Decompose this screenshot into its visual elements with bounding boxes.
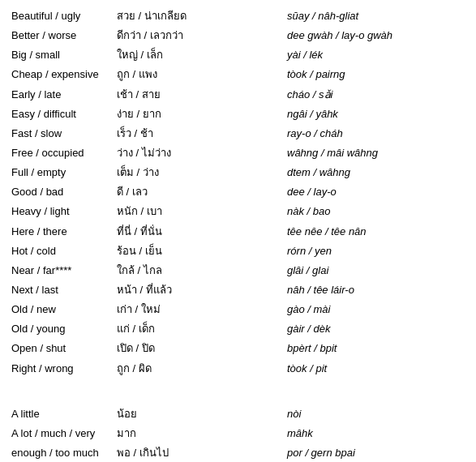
table-row: Easy / difficult ง่าย / ยาก ngâi / yâhk <box>8 105 468 124</box>
english-cell: Better / worse <box>8 26 114 45</box>
table-row: Free / occupied ว่าง / ไม่ว่าง wâhng / m… <box>8 143 468 163</box>
english-cell: Hot / cold <box>8 242 114 261</box>
phonetic-cell: bpèrt / bpit <box>284 339 468 358</box>
thai-cell: เต็ม / ว่าง <box>114 163 284 182</box>
english-cell: Next / last <box>8 280 114 300</box>
thai-cell: เร็ว / ช้า <box>114 124 284 143</box>
thai-cell: ที่นี่ / ที่นั่น <box>114 222 284 242</box>
phonetic-cell: têe nêe / têe nân <box>284 222 468 242</box>
thai-cell: พอ / เกินไป <box>114 443 284 462</box>
thai-cell: แก่ / เด็ก <box>114 319 284 339</box>
phonetic-cell: dtem / wâhng <box>284 163 468 182</box>
phonetic-cell: tòok / pairng <box>284 65 468 84</box>
table-row: Fast / slow เร็ว / ช้า ray-o / cháh <box>8 124 468 143</box>
english-cell: Cheap / expensive <box>8 65 114 84</box>
thai-cell: ดี / เลว <box>114 182 284 202</box>
thai-cell: ใกล้ / ไกล <box>114 261 284 280</box>
thai-cell: ว่าง / ไม่ว่าง <box>114 143 284 163</box>
english-cell: Open / shut <box>8 339 114 358</box>
table-row: Old / young แก่ / เด็ก gàir / dèk <box>8 319 468 339</box>
phonetic-cell: por / gern bpai <box>284 443 468 462</box>
table-row: Full / empty เต็ม / ว่าง dtem / wâhng <box>8 163 468 182</box>
english-cell: Full / empty <box>8 163 114 182</box>
english-cell: Beautiful / ugly <box>8 6 114 26</box>
phonetic-cell: yài / lék <box>284 45 468 65</box>
english-cell: Big / small <box>8 45 114 65</box>
phonetic-cell: nòi <box>284 404 468 424</box>
english-cell: A little <box>8 404 114 424</box>
table-row: Beautiful / ugly สวย / น่าเกลียด sŭay / … <box>8 6 468 26</box>
table-row: Old / new เก่า / ใหม่ gào / mài <box>8 300 468 319</box>
thai-cell: ถูก / ผิด <box>114 359 284 379</box>
table-row: Big / small ใหญ่ / เล็ก yài / lék <box>8 45 468 65</box>
phonetic-cell: nàk / bao <box>284 202 468 221</box>
table-row: A lot / much / very มาก mâhk <box>8 424 468 443</box>
table-row: Hot / cold ร้อน / เย็น rórn / yen <box>8 242 468 261</box>
english-cell: Early / late <box>8 85 114 105</box>
english-cell: Old / new <box>8 300 114 319</box>
phonetic-cell: ray-o / cháh <box>284 124 468 143</box>
phonetic-cell: glâi / glai <box>284 261 468 280</box>
thai-cell: เก่า / ใหม่ <box>114 300 284 319</box>
thai-cell: ใหญ่ / เล็ก <box>114 45 284 65</box>
english-cell: Free / occupied <box>8 143 114 163</box>
phonetic-cell: rórn / yen <box>284 242 468 261</box>
table-row: enough / too much พอ / เกินไป por / gern… <box>8 443 468 462</box>
table-row: Right / wrong ถูก / ผิด tòok / pit <box>8 359 468 379</box>
thai-cell: เช้า / สาย <box>114 85 284 105</box>
phonetic-cell: dee gwàh / lay-o gwàh <box>284 26 468 45</box>
english-cell: Fast / slow <box>8 124 114 143</box>
english-cell: Near / far**** <box>8 261 114 280</box>
vocabulary-table: Beautiful / ugly สวย / น่าเกลียด sŭay / … <box>8 6 468 462</box>
phonetic-cell: nâh / têe láir-o <box>284 280 468 300</box>
table-row: Heavy / light หนัก / เบา nàk / bao <box>8 202 468 221</box>
english-cell: Here / there <box>8 222 114 242</box>
table-row: A little น้อย nòi <box>8 404 468 424</box>
phonetic-cell: mâhk <box>284 424 468 443</box>
thai-cell: ร้อน / เย็น <box>114 242 284 261</box>
english-cell: Right / wrong <box>8 359 114 379</box>
phonetic-cell: ngâi / yâhk <box>284 105 468 124</box>
thai-cell: เปิด / ปิด <box>114 339 284 358</box>
thai-cell: ง่าย / ยาก <box>114 105 284 124</box>
phonetic-cell: wâhng / mâi wâhng <box>284 143 468 163</box>
table-row: Here / there ที่นี่ / ที่นั่น têe nêe / … <box>8 222 468 242</box>
table-row: Good / bad ดี / เลว dee / lay-o <box>8 182 468 202</box>
table-row: Cheap / expensive ถูก / แพง tòok / pairn… <box>8 65 468 84</box>
phonetic-cell: cháo / sǎi <box>284 85 468 105</box>
english-cell: Heavy / light <box>8 202 114 221</box>
phonetic-cell: dee / lay-o <box>284 182 468 202</box>
english-cell: enough / too much <box>8 443 114 462</box>
thai-cell: สวย / น่าเกลียด <box>114 6 284 26</box>
thai-cell: ถูก / แพง <box>114 65 284 84</box>
english-cell: Old / young <box>8 319 114 339</box>
thai-cell: หน้า / ที่แล้ว <box>114 280 284 300</box>
table-row: Early / late เช้า / สาย cháo / sǎi <box>8 85 468 105</box>
thai-cell: มาก <box>114 424 284 443</box>
thai-cell: ดีกว่า / เลวกว่า <box>114 26 284 45</box>
english-cell: Good / bad <box>8 182 114 202</box>
phonetic-cell: tòok / pit <box>284 359 468 379</box>
table-row: Near / far**** ใกล้ / ไกล glâi / glai <box>8 261 468 280</box>
phonetic-cell: gàir / dèk <box>284 319 468 339</box>
phonetic-cell: gào / mài <box>284 300 468 319</box>
phonetic-cell: sŭay / nâh-gliat <box>284 6 468 26</box>
thai-cell: น้อย <box>114 404 284 424</box>
table-row: Next / last หน้า / ที่แล้ว nâh / têe lái… <box>8 280 468 300</box>
english-cell: Easy / difficult <box>8 105 114 124</box>
thai-cell: หนัก / เบา <box>114 202 284 221</box>
table-row: Better / worse ดีกว่า / เลวกว่า dee gwàh… <box>8 26 468 45</box>
table-row: Open / shut เปิด / ปิด bpèrt / bpit <box>8 339 468 358</box>
english-cell: A lot / much / very <box>8 424 114 443</box>
